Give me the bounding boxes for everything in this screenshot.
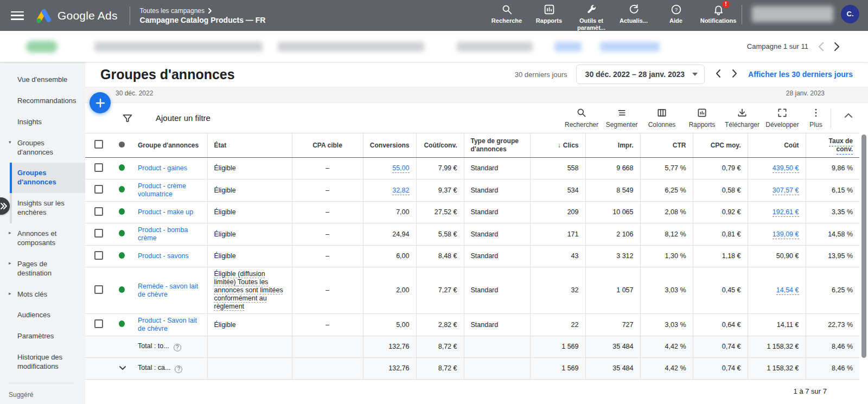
columns-icon: [656, 107, 667, 118]
col-header-cost[interactable]: Coût: [748, 133, 806, 158]
topnav-notifications[interactable]: ! Notifications: [697, 4, 739, 24]
sidebar-item-insights[interactable]: Insights: [0, 112, 85, 133]
col-header-cost-per-conv[interactable]: Coût/conv.: [416, 133, 464, 158]
segment-button[interactable]: Segmenter: [602, 107, 642, 129]
ad-group-link[interactable]: Product - make up: [138, 208, 193, 216]
status-enabled-dot[interactable]: [119, 252, 125, 259]
sidebar-item-recommendations[interactable]: Recommandations: [0, 91, 85, 112]
reports-button[interactable]: Rapports: [682, 107, 722, 129]
status-filter-dot[interactable]: [119, 142, 125, 148]
conversions-link[interactable]: 55,00: [392, 164, 409, 173]
sidebar-item-audiences[interactable]: Audiences: [0, 305, 85, 326]
google-ads-logo[interactable]: Google Ads: [36, 8, 118, 24]
cost-link[interactable]: 139,09 €: [773, 230, 799, 239]
col-header-conv-rate[interactable]: Taux de conv.: [806, 133, 859, 158]
ad-group-link[interactable]: Product - bomba crème: [138, 226, 188, 242]
sidebar-item-keywords[interactable]: ▸Mots clés: [0, 284, 85, 305]
search-table-button[interactable]: Rechercher: [561, 107, 602, 129]
refresh-icon: [628, 4, 640, 15]
caret-right-icon: ▸: [9, 291, 11, 297]
avatar[interactable]: C.: [841, 5, 859, 23]
col-header-name[interactable]: Groupe d'annonces: [131, 133, 207, 158]
sidebar-item-ad-groups-parent[interactable]: ▾Groupes d'annonces: [0, 133, 85, 163]
table-row: Product - gaines Éligible – 55,00 7,99 €…: [85, 158, 859, 179]
pagination-label: 1 à 7 sur 7: [85, 380, 859, 395]
row-checkbox[interactable]: [94, 285, 103, 294]
sidebar-item-auction-insights[interactable]: Insights sur les enchères: [10, 193, 85, 223]
row-checkbox[interactable]: [94, 319, 103, 328]
more-button[interactable]: Plus: [802, 107, 829, 129]
topnav-refresh[interactable]: Actualis...: [612, 4, 655, 24]
redacted-link: [600, 42, 660, 52]
col-header-target-cpa[interactable]: CPA cible: [292, 133, 363, 158]
status-enabled-dot[interactable]: [119, 286, 125, 293]
ad-group-link[interactable]: Product - gaines: [138, 164, 187, 172]
col-header-type[interactable]: Type de groupe d'annonces: [464, 133, 530, 158]
col-header-clicks[interactable]: ↓Clics: [530, 133, 585, 158]
status-enabled-dot[interactable]: [119, 164, 125, 171]
sidebar-item-zones[interactable]: ▸Zones: [0, 402, 85, 404]
expand-button[interactable]: Développer: [762, 107, 802, 129]
table-row: Product - make up Éligible – 7,00 27,52 …: [85, 202, 859, 223]
row-checkbox[interactable]: [94, 163, 103, 172]
conversions-link[interactable]: 32,82: [392, 187, 409, 195]
sidebar-item-settings[interactable]: Paramètres: [0, 326, 85, 347]
show-last-30-link[interactable]: Afficher les 30 derniers jours: [748, 70, 853, 79]
status-enabled-dot[interactable]: [119, 186, 125, 193]
next-campaign-button[interactable]: [834, 42, 840, 52]
table-row: Product - Savon lait de chèvre Éligible …: [85, 314, 859, 336]
col-header-avg-cpc[interactable]: CPC moy.: [693, 133, 748, 158]
cost-link[interactable]: 307,57 €: [773, 187, 799, 195]
row-checkbox[interactable]: [94, 185, 103, 194]
help-icon[interactable]: [175, 365, 182, 373]
status-enabled-dot[interactable]: [119, 208, 125, 215]
double-chevron-right-icon: [0, 202, 8, 210]
cost-link[interactable]: 14,54 €: [776, 286, 799, 295]
topnav-tools[interactable]: Outils et paramèt...: [570, 4, 612, 31]
dropdown-arrow-icon: [692, 73, 698, 76]
status-policy-note[interactable]: Éligible (diffusion limitée) Toutes les …: [214, 270, 283, 310]
ad-group-link[interactable]: Product - crème volumatrice: [138, 182, 186, 198]
select-all-checkbox[interactable]: [94, 140, 103, 149]
sidebar-item-ad-groups[interactable]: Groupes d'annonces: [10, 163, 85, 193]
cost-link[interactable]: 439,50 €: [773, 164, 799, 173]
prev-campaign-button[interactable]: [818, 42, 824, 52]
ad-group-link[interactable]: Product - Savon lait de chèvre: [138, 317, 197, 332]
ad-group-link[interactable]: Remède - savon lait de chèvre: [138, 283, 198, 298]
download-button[interactable]: Télécharger: [722, 107, 762, 129]
status-enabled-dot[interactable]: [119, 230, 125, 236]
total-row: Total : ca... 132,76 8,72 € 1 569 35 484…: [85, 358, 859, 380]
add-button[interactable]: [90, 92, 111, 113]
col-header-impressions[interactable]: Impr.: [585, 133, 640, 158]
breadcrumb-parent[interactable]: Toutes les campagnes: [140, 7, 205, 15]
col-header-ctr[interactable]: CTR: [640, 133, 693, 158]
col-header-status[interactable]: État: [207, 133, 292, 158]
status-enabled-dot[interactable]: [119, 320, 125, 327]
sidebar-item-change-history[interactable]: Historique des modifications: [0, 347, 85, 377]
row-checkbox[interactable]: [94, 207, 103, 216]
search-icon: [501, 4, 513, 15]
expand-totals-chevron[interactable]: [119, 364, 126, 372]
add-filter-button[interactable]: Ajouter un filtre: [122, 113, 210, 124]
vertical-scrollbar[interactable]: [861, 134, 866, 358]
menu-icon[interactable]: [11, 11, 24, 20]
sidebar-item-ads-assets[interactable]: ▸Annonces et composants: [0, 223, 85, 254]
row-checkbox[interactable]: [94, 251, 103, 260]
date-prev-button[interactable]: [716, 69, 721, 80]
col-header-conversions[interactable]: Conversions: [363, 133, 416, 158]
topnav-help[interactable]: ? Aide: [655, 4, 697, 24]
sidebar-item-overview[interactable]: Vue d'ensemble: [0, 69, 85, 91]
cost-link[interactable]: 192,61 €: [773, 208, 799, 217]
columns-button[interactable]: Colonnes: [642, 107, 682, 129]
row-checkbox[interactable]: [94, 229, 103, 238]
date-range-selector[interactable]: 30 déc. 2022 – 28 janv. 2023: [576, 65, 705, 84]
topnav-reports[interactable]: Rapports: [528, 4, 570, 24]
expand-panel-button[interactable]: [0, 197, 10, 215]
sidebar-item-landing-pages[interactable]: ▸Pages de destination: [0, 254, 85, 284]
sidebar: Vue d'ensemble Recommandations Insights …: [0, 62, 85, 404]
collapse-table-button[interactable]: [837, 107, 860, 118]
topnav-search[interactable]: Recherche: [486, 4, 528, 24]
help-icon[interactable]: [174, 344, 181, 351]
date-next-button[interactable]: [732, 69, 737, 80]
ad-group-link[interactable]: Product - savons: [138, 252, 189, 260]
